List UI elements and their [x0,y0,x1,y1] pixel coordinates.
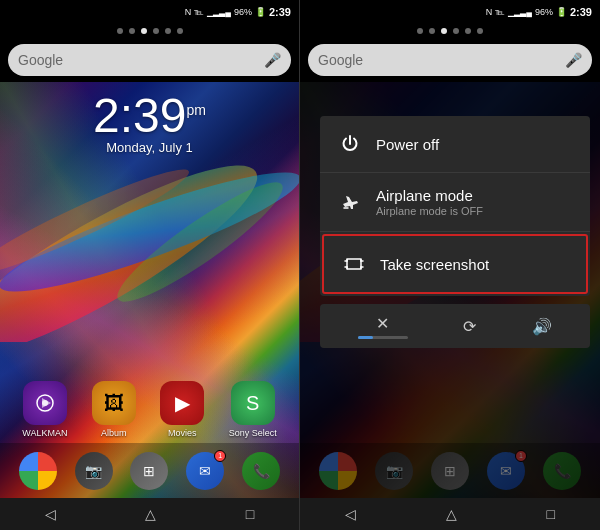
sony-label: Sony Select [229,428,277,438]
messages-emoji: ✉ [199,463,211,479]
right-dot-1 [417,28,423,34]
left-recent-btn[interactable]: □ [230,502,270,526]
movies-label: Movies [168,428,197,438]
right-phone: N ℡ ▁▂▃▄ 96% 🔋 2:39 Google 🎤 [300,0,600,530]
screenshot-icon [340,250,368,278]
right-status-bar: N ℡ ▁▂▃▄ 96% 🔋 2:39 [300,0,600,24]
sony-emoji: S [246,392,259,415]
power-off-title: Power off [376,136,574,153]
screenshot-svg [344,254,364,274]
right-dot-5 [465,28,471,34]
right-recent-btn[interactable]: □ [531,502,571,526]
volume-icon: 🔊 [532,317,552,336]
right-home-btn[interactable]: △ [430,502,473,526]
right-clock: 2:39 [570,6,592,18]
phone-container: N ℡ ▁▂▃▄ 96% 🔋 2:39 Google 🎤 [0,0,600,530]
screenshot-text: Take screenshot [380,256,570,273]
nfc-icon: N [185,7,192,17]
left-clock: 2:39 [269,6,291,18]
right-back-btn[interactable]: ◁ [329,502,372,526]
screenshot-item[interactable]: Take screenshot [322,234,588,294]
walkman-icon [23,381,67,425]
app-sony[interactable]: S Sony Select [229,381,277,438]
dock-camera[interactable]: 📷 [75,452,113,490]
left-status-bar: N ℡ ▁▂▃▄ 96% 🔋 2:39 [0,0,299,24]
messages-badge: 1 [214,450,226,462]
album-label: Album [101,428,127,438]
power-svg [340,134,360,154]
right-dot-6 [477,28,483,34]
left-search-bar[interactable]: Google 🎤 [8,44,291,76]
rotate-icon: ⟳ [463,317,476,336]
power-menu: Power off Airplane mode [320,116,590,348]
album-emoji: 🖼 [104,392,124,415]
walkman-label: WALKMAN [22,428,67,438]
app-movies[interactable]: ▶ Movies [160,381,204,438]
right-wallpaper: Power off Airplane mode [300,82,600,498]
power-off-text: Power off [376,136,574,153]
movies-icon: ▶ [160,381,204,425]
power-off-item[interactable]: Power off [320,116,590,173]
phone-emoji: 📞 [253,463,270,479]
left-app-row: WALKMAN 🖼 Album ▶ Movies S [0,381,299,438]
dock-phone[interactable]: 📞 [242,452,280,490]
quick-settings-bar: ✕ ⟳ 🔊 [320,304,590,348]
dot-6 [177,28,183,34]
wifi-icon: ℡ [194,7,204,17]
airplane-mode-item[interactable]: Airplane mode Airplane mode is OFF [320,173,590,232]
app-album[interactable]: 🖼 Album [92,381,136,438]
dot-4 [153,28,159,34]
right-dot-4 [453,28,459,34]
camera-emoji: 📷 [85,463,102,479]
svg-rect-8 [347,259,361,269]
left-clock-display: 2:39pm [0,92,299,140]
left-mic-icon: 🎤 [264,52,281,68]
volume-quick-btn[interactable]: 🔊 [532,317,552,336]
right-wifi-icon: ℡ [495,7,505,17]
right-nfc-icon: N [486,7,493,17]
dock-messages[interactable]: ✉ 1 [186,452,224,490]
dock-grid[interactable]: ⊞ [130,452,168,490]
left-clock-area: 2:39pm Monday, July 1 [0,92,299,155]
left-phone: N ℡ ▁▂▃▄ 96% 🔋 2:39 Google 🎤 [0,0,300,530]
airplane-mode-subtitle: Airplane mode is OFF [376,205,574,217]
right-status-icons: N ℡ ▁▂▃▄ 96% 🔋 2:39 [486,6,592,18]
right-mic-icon: 🎤 [565,52,582,68]
right-search-text: Google [318,52,565,68]
bluetooth-icon: ✕ [376,314,389,333]
signal-icon: ▁▂▃▄ [207,8,231,17]
airplane-mode-text: Airplane mode Airplane mode is OFF [376,187,574,217]
album-icon: 🖼 [92,381,136,425]
bluetooth-progress-fill [358,336,373,339]
battery-indicator: 🔋 [255,7,266,17]
bluetooth-progress-bar [358,336,408,339]
rotate-quick-btn[interactable]: ⟳ [463,317,476,336]
right-dot-3 [441,28,447,34]
app-walkman[interactable]: WALKMAN [22,381,67,438]
battery-icon: 96% [234,7,252,17]
left-home-btn[interactable]: △ [129,502,172,526]
dot-1 [117,28,123,34]
power-icon [336,130,364,158]
screenshot-title: Take screenshot [380,256,570,273]
left-wallpaper: 2:39pm Monday, July 1 WALKMAN [0,82,299,498]
left-bottom-nav: ◁ △ □ [0,498,299,530]
right-page-dots [300,24,600,38]
dock-chrome[interactable] [19,452,57,490]
left-page-dots [0,24,299,38]
right-dot-2 [429,28,435,34]
right-search-bar[interactable]: Google 🎤 [308,44,592,76]
right-battery-indicator: 🔋 [556,7,567,17]
left-dock: 📷 ⊞ ✉ 1 📞 [0,443,299,498]
dot-2 [129,28,135,34]
left-back-btn[interactable]: ◁ [29,502,72,526]
right-battery-icon: 96% [535,7,553,17]
grid-emoji: ⊞ [143,463,155,479]
bluetooth-quick-btn[interactable]: ✕ [358,314,408,339]
airplane-svg [340,192,360,212]
right-signal-icon: ▁▂▃▄ [508,8,532,17]
dot-5 [165,28,171,34]
airplane-mode-title: Airplane mode [376,187,574,204]
power-menu-list: Power off Airplane mode [320,116,590,296]
left-search-text: Google [18,52,264,68]
